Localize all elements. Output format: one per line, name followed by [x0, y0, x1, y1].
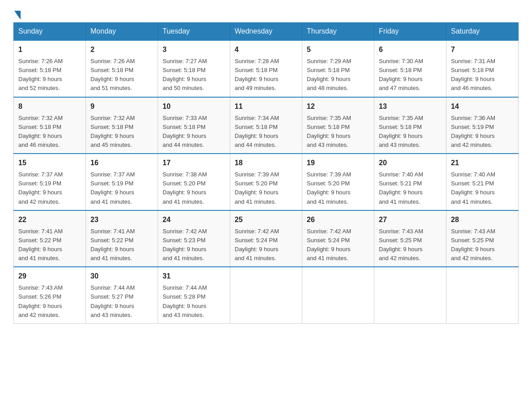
calendar-day-cell: 19Sunrise: 7:39 AMSunset: 5:20 PMDayligh…	[302, 154, 374, 210]
calendar-day-cell: 30Sunrise: 7:44 AMSunset: 5:27 PMDayligh…	[86, 267, 158, 323]
day-number: 6	[379, 44, 442, 55]
calendar-day-cell: 18Sunrise: 7:39 AMSunset: 5:20 PMDayligh…	[230, 154, 302, 210]
day-sun-info: Sunrise: 7:40 AMSunset: 5:21 PMDaylight:…	[451, 170, 514, 206]
day-sun-info: Sunrise: 7:29 AMSunset: 5:18 PMDaylight:…	[307, 57, 369, 93]
calendar-day-cell: 6Sunrise: 7:30 AMSunset: 5:18 PMDaylight…	[374, 40, 446, 97]
day-of-week-header: Saturday	[446, 23, 519, 41]
day-sun-info: Sunrise: 7:37 AMSunset: 5:19 PMDaylight:…	[18, 170, 81, 206]
day-sun-info: Sunrise: 7:39 AMSunset: 5:20 PMDaylight:…	[235, 170, 297, 206]
calendar-day-cell: 25Sunrise: 7:42 AMSunset: 5:24 PMDayligh…	[230, 210, 302, 267]
calendar-day-cell: 13Sunrise: 7:35 AMSunset: 5:18 PMDayligh…	[374, 97, 446, 154]
day-sun-info: Sunrise: 7:38 AMSunset: 5:20 PMDaylight:…	[163, 170, 225, 206]
calendar-day-cell: 9Sunrise: 7:32 AMSunset: 5:18 PMDaylight…	[86, 97, 158, 154]
day-number: 24	[163, 214, 225, 225]
calendar-day-cell: 22Sunrise: 7:41 AMSunset: 5:22 PMDayligh…	[14, 210, 86, 267]
calendar-day-cell: 10Sunrise: 7:33 AMSunset: 5:18 PMDayligh…	[158, 97, 230, 154]
day-number: 1	[18, 44, 81, 55]
day-sun-info: Sunrise: 7:39 AMSunset: 5:20 PMDaylight:…	[307, 170, 369, 206]
day-number: 26	[307, 214, 369, 225]
calendar-day-cell: 16Sunrise: 7:37 AMSunset: 5:19 PMDayligh…	[86, 154, 158, 210]
logo	[13, 9, 21, 18]
calendar-empty-cell	[302, 267, 374, 323]
day-number: 14	[451, 101, 514, 112]
day-sun-info: Sunrise: 7:31 AMSunset: 5:18 PMDaylight:…	[451, 57, 514, 93]
day-number: 22	[18, 214, 81, 225]
day-number: 3	[163, 44, 225, 55]
day-number: 11	[235, 101, 297, 112]
calendar-week-row: 22Sunrise: 7:41 AMSunset: 5:22 PMDayligh…	[14, 210, 519, 267]
day-number: 17	[163, 158, 225, 168]
day-of-week-header: Sunday	[14, 23, 86, 41]
calendar-empty-cell	[446, 267, 519, 323]
day-of-week-header: Wednesday	[230, 23, 302, 41]
calendar-day-cell: 20Sunrise: 7:40 AMSunset: 5:21 PMDayligh…	[374, 154, 446, 210]
day-sun-info: Sunrise: 7:41 AMSunset: 5:22 PMDaylight:…	[18, 227, 81, 263]
calendar-week-row: 15Sunrise: 7:37 AMSunset: 5:19 PMDayligh…	[14, 154, 519, 210]
day-number: 13	[379, 101, 442, 112]
calendar-empty-cell	[374, 267, 446, 323]
calendar-day-cell: 7Sunrise: 7:31 AMSunset: 5:18 PMDaylight…	[446, 40, 519, 97]
day-number: 12	[307, 101, 369, 112]
calendar-header-row: SundayMondayTuesdayWednesdayThursdayFrid…	[14, 23, 519, 41]
day-sun-info: Sunrise: 7:26 AMSunset: 5:18 PMDaylight:…	[90, 57, 153, 93]
day-number: 29	[18, 271, 81, 282]
day-sun-info: Sunrise: 7:35 AMSunset: 5:18 PMDaylight:…	[379, 114, 442, 150]
calendar-day-cell: 2Sunrise: 7:26 AMSunset: 5:18 PMDaylight…	[86, 40, 158, 97]
day-number: 18	[235, 158, 297, 168]
day-number: 5	[307, 44, 369, 55]
logo-arrow-icon	[14, 11, 21, 20]
day-number: 19	[307, 158, 369, 168]
calendar-day-cell: 31Sunrise: 7:44 AMSunset: 5:28 PMDayligh…	[158, 267, 230, 323]
day-sun-info: Sunrise: 7:43 AMSunset: 5:25 PMDaylight:…	[451, 227, 514, 263]
day-number: 16	[90, 158, 153, 168]
day-number: 9	[90, 101, 153, 112]
day-sun-info: Sunrise: 7:32 AMSunset: 5:18 PMDaylight:…	[90, 114, 153, 150]
day-sun-info: Sunrise: 7:26 AMSunset: 5:18 PMDaylight:…	[18, 57, 81, 93]
calendar-day-cell: 24Sunrise: 7:42 AMSunset: 5:23 PMDayligh…	[158, 210, 230, 267]
calendar-day-cell: 12Sunrise: 7:35 AMSunset: 5:18 PMDayligh…	[302, 97, 374, 154]
day-number: 27	[379, 214, 442, 225]
day-sun-info: Sunrise: 7:27 AMSunset: 5:18 PMDaylight:…	[163, 57, 225, 93]
day-sun-info: Sunrise: 7:44 AMSunset: 5:27 PMDaylight:…	[90, 283, 153, 320]
day-number: 15	[18, 158, 81, 168]
calendar-day-cell: 8Sunrise: 7:32 AMSunset: 5:18 PMDaylight…	[14, 97, 86, 154]
day-sun-info: Sunrise: 7:42 AMSunset: 5:23 PMDaylight:…	[163, 227, 225, 263]
calendar-day-cell: 17Sunrise: 7:38 AMSunset: 5:20 PMDayligh…	[158, 154, 230, 210]
day-number: 2	[90, 44, 153, 55]
day-number: 30	[90, 271, 153, 282]
day-sun-info: Sunrise: 7:42 AMSunset: 5:24 PMDaylight:…	[307, 227, 369, 263]
calendar-empty-cell	[230, 267, 302, 323]
calendar-day-cell: 29Sunrise: 7:43 AMSunset: 5:26 PMDayligh…	[14, 267, 86, 323]
calendar-day-cell: 4Sunrise: 7:28 AMSunset: 5:18 PMDaylight…	[230, 40, 302, 97]
day-number: 23	[90, 214, 153, 225]
day-of-week-header: Thursday	[302, 23, 374, 41]
day-sun-info: Sunrise: 7:30 AMSunset: 5:18 PMDaylight:…	[379, 57, 442, 93]
day-sun-info: Sunrise: 7:32 AMSunset: 5:18 PMDaylight:…	[18, 114, 81, 150]
calendar-day-cell: 26Sunrise: 7:42 AMSunset: 5:24 PMDayligh…	[302, 210, 374, 267]
day-of-week-header: Monday	[86, 23, 158, 41]
day-number: 8	[18, 101, 81, 112]
day-number: 25	[235, 214, 297, 225]
calendar-day-cell: 5Sunrise: 7:29 AMSunset: 5:18 PMDaylight…	[302, 40, 374, 97]
calendar-day-cell: 27Sunrise: 7:43 AMSunset: 5:25 PMDayligh…	[374, 210, 446, 267]
day-sun-info: Sunrise: 7:43 AMSunset: 5:25 PMDaylight:…	[379, 227, 442, 263]
calendar-day-cell: 21Sunrise: 7:40 AMSunset: 5:21 PMDayligh…	[446, 154, 519, 210]
day-sun-info: Sunrise: 7:36 AMSunset: 5:19 PMDaylight:…	[451, 114, 514, 150]
day-number: 7	[451, 44, 514, 55]
calendar-table: SundayMondayTuesdayWednesdayThursdayFrid…	[13, 22, 519, 324]
page-header	[13, 9, 519, 18]
day-number: 10	[163, 101, 225, 112]
day-number: 31	[163, 271, 225, 282]
day-sun-info: Sunrise: 7:41 AMSunset: 5:22 PMDaylight:…	[90, 227, 153, 263]
day-number: 21	[451, 158, 514, 168]
calendar-week-row: 29Sunrise: 7:43 AMSunset: 5:26 PMDayligh…	[14, 267, 519, 323]
day-of-week-header: Friday	[374, 23, 446, 41]
calendar-day-cell: 3Sunrise: 7:27 AMSunset: 5:18 PMDaylight…	[158, 40, 230, 97]
calendar-day-cell: 15Sunrise: 7:37 AMSunset: 5:19 PMDayligh…	[14, 154, 86, 210]
day-sun-info: Sunrise: 7:35 AMSunset: 5:18 PMDaylight:…	[307, 114, 369, 150]
day-number: 28	[451, 214, 514, 225]
day-of-week-header: Tuesday	[158, 23, 230, 41]
day-sun-info: Sunrise: 7:42 AMSunset: 5:24 PMDaylight:…	[235, 227, 297, 263]
calendar-day-cell: 11Sunrise: 7:34 AMSunset: 5:18 PMDayligh…	[230, 97, 302, 154]
day-sun-info: Sunrise: 7:34 AMSunset: 5:18 PMDaylight:…	[235, 114, 297, 150]
